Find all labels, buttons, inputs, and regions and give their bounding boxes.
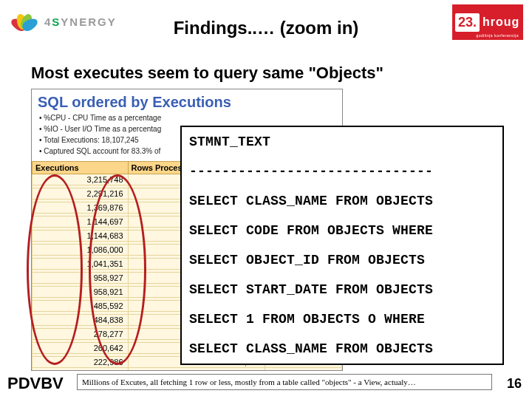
footer-left: PDVBV (7, 374, 64, 393)
sql-line: SELECT CODE FROM OBJECTS WHERE (182, 216, 502, 245)
sql-line: SELECT CLASS_NAME FROM OBJECTS (182, 186, 502, 216)
slide-subtitle: Most executes seem to query same "Object… (31, 64, 383, 83)
sql-line: SELECT CLASS_NAME FROM OBJECTS (182, 334, 502, 364)
table-row-gap (33, 368, 342, 371)
col-executions: Executions (33, 162, 129, 174)
sql-line: SELECT START_DATE FROM OBJECTS (182, 275, 502, 304)
sql-header: STMNT_TEXT (182, 127, 502, 157)
footer-page: 16 (507, 376, 522, 392)
awr-heading: SQL ordered by Executions (32, 89, 342, 112)
highlight-ellipse-executions (27, 174, 83, 365)
footer-caption: Millions of Excutes, all fetching 1 row … (77, 374, 492, 390)
sql-statements-box: STMNT_TEXT -----------------------------… (180, 126, 504, 365)
sql-line: SELECT 1 FROM OBJECTS O WHERE (182, 304, 502, 334)
sql-line: SELECT OBJECT_ID FROM OBJECTS (182, 245, 502, 275)
sql-divider: ------------------------------ (182, 157, 502, 186)
highlight-ellipse-rows (89, 174, 146, 365)
slide-title: Findings..… (zoom in) (0, 18, 532, 38)
awr-bullet: %CPU - CPU Time as a percentage (39, 112, 335, 123)
